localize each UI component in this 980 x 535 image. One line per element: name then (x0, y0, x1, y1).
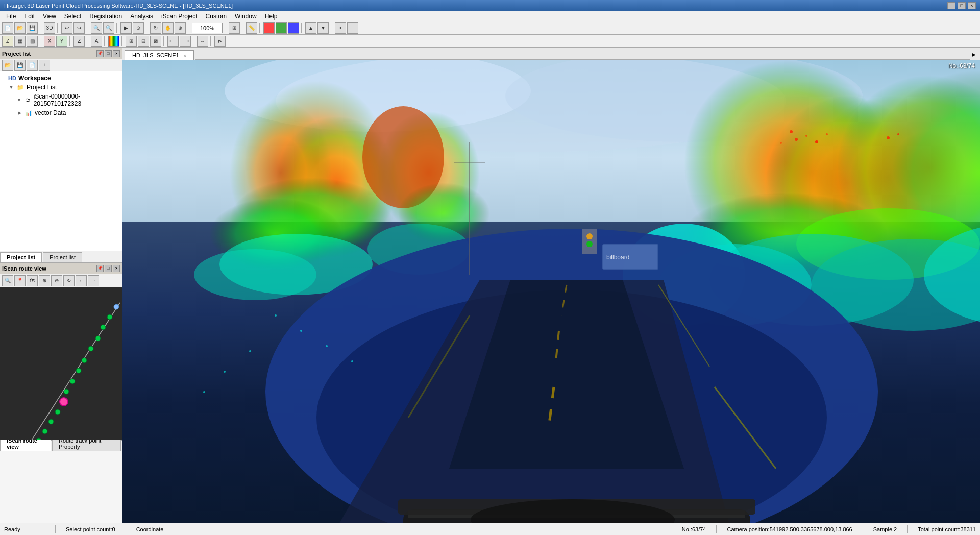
color-red-button[interactable] (263, 22, 275, 34)
save-button[interactable]: 💾 (27, 22, 38, 34)
iscan-max-button[interactable]: □ (105, 265, 112, 272)
grid-button[interactable]: ▩ (27, 36, 38, 47)
status-sep-5 (863, 525, 863, 533)
svg-line-58 (408, 315, 470, 418)
point-button[interactable]: • (335, 22, 346, 34)
y-button[interactable]: Y (56, 36, 67, 47)
open-button[interactable]: 📂 (14, 22, 26, 34)
undo-button[interactable]: ↩ (61, 22, 72, 34)
iscan-close-button[interactable]: × (113, 265, 120, 272)
pl-add-button[interactable]: + (39, 60, 50, 71)
nav-button[interactable]: ⊳ (214, 36, 226, 47)
tree-label-iscan: iScan-00000000-20150710172323 (34, 93, 120, 107)
zoom-input[interactable] (192, 23, 223, 33)
ruler2-button[interactable]: ⟶ (180, 36, 191, 47)
svg-point-33 (368, 224, 470, 275)
zoom-out-button[interactable]: 🔍 (103, 22, 114, 34)
scene-tab-bar[interactable]: HD_3LS_SCENE1 × ▶ (122, 48, 980, 60)
grid-fill-button[interactable]: ▦ (14, 36, 26, 47)
menu-window[interactable]: Window (231, 12, 261, 21)
angle-button[interactable]: ∠ (74, 36, 85, 47)
x-button[interactable]: X (44, 36, 55, 47)
grid3-button[interactable]: ⊞ (126, 36, 137, 47)
menu-analysis[interactable]: Analysis (126, 12, 157, 21)
grid5-button[interactable]: ⊠ (150, 36, 161, 47)
status-total-count: Total point count:38311 (918, 526, 976, 532)
grid4-button[interactable]: ⊟ (138, 36, 149, 47)
route-back-button[interactable]: ← (76, 275, 87, 286)
panel-max-button[interactable]: □ (105, 50, 112, 57)
svg-point-46 (924, 224, 980, 326)
route-search-button[interactable]: 🔍 (2, 275, 13, 286)
menu-edit[interactable]: Edit (20, 12, 39, 21)
a-button[interactable]: A (91, 36, 102, 47)
project-tabs[interactable]: Project list Project list (0, 251, 122, 262)
iscan-pin-button[interactable]: 📌 (96, 265, 104, 272)
route-zoom-in-button[interactable]: ⊕ (39, 275, 50, 286)
measure-button[interactable]: 📏 (246, 22, 257, 34)
select-button[interactable]: ▶ (120, 22, 132, 34)
color-blue-button[interactable] (288, 22, 299, 34)
project-list-header-controls[interactable]: 📌 □ × (96, 50, 120, 57)
menu-select[interactable]: Select (60, 12, 85, 21)
menu-file[interactable]: File (2, 12, 20, 21)
menu-registration[interactable]: Registration (85, 12, 126, 21)
rotate-button[interactable]: ↻ (150, 22, 161, 34)
svg-rect-62 (582, 229, 597, 254)
route-pin-button[interactable]: 📍 (14, 275, 26, 286)
iscan-route-controls[interactable]: 📌 □ × (96, 265, 120, 272)
scene-viewport[interactable]: billboard (122, 60, 980, 523)
zoom-in-button[interactable]: 🔍 (91, 22, 102, 34)
z-button[interactable]: Z (2, 36, 13, 47)
pl-save-button[interactable]: 💾 (14, 60, 26, 71)
iscan-route-tabs[interactable]: iScan route view Route track point Prope… (0, 440, 122, 451)
titlebar-controls[interactable]: _ □ × (947, 2, 976, 9)
status-camera-position: Camera position:541992.500,3365678.000,1… (727, 526, 852, 532)
menu-iscan-project[interactable]: iScan Project (157, 12, 202, 21)
separator8 (242, 23, 244, 33)
route-location-button[interactable]: 🗺 (27, 275, 38, 286)
zoom-tool-button[interactable]: ⊕ (175, 22, 186, 34)
route-zoom-out-button[interactable]: ⊖ (51, 275, 62, 286)
pl-open-button[interactable]: 📂 (2, 60, 13, 71)
tab-project-list-1[interactable]: Project list (0, 252, 42, 262)
3d-button[interactable]: 3D (44, 22, 55, 34)
colorbar-button[interactable] (108, 36, 119, 47)
redo-button[interactable]: ↪ (74, 22, 85, 34)
new-button[interactable]: 📄 (2, 22, 13, 34)
panel-close-button[interactable]: × (113, 50, 120, 57)
down-button[interactable]: ▼ (317, 22, 329, 34)
tab-project-list-2[interactable]: Project list (43, 252, 82, 262)
menu-help[interactable]: Help (261, 12, 282, 21)
maximize-button[interactable]: □ (958, 2, 966, 9)
route-forward-button[interactable]: → (88, 275, 99, 286)
svg-point-45 (812, 239, 980, 331)
scene-scroll-right[interactable]: ▶ (970, 48, 978, 60)
ruler3-button[interactable]: ↔ (197, 36, 208, 47)
scene-hud: No.:63/74 (948, 62, 975, 69)
panel-pin-button[interactable]: 📌 (96, 50, 104, 57)
titlebar-title: Hi-target 3D Laser Point Cloud Processin… (4, 3, 233, 9)
tab-scene-hd[interactable]: HD_3LS_SCENE1 × (125, 50, 194, 60)
svg-point-37 (812, 96, 965, 259)
up-button[interactable]: ▲ (305, 22, 316, 34)
minimize-button[interactable]: _ (947, 2, 955, 9)
pl-new-button[interactable]: 📄 (27, 60, 38, 71)
iscan-route-content[interactable] (0, 287, 122, 440)
tree-iscan-item[interactable]: ▼ 🗂 iScan-00000000-20150710172323 (0, 92, 122, 108)
menu-custom[interactable]: Custom (202, 12, 231, 21)
tree-project-list[interactable]: ▼ 📁 Project List (0, 83, 122, 92)
tree-vector-item[interactable]: ▶ 📊 vector Data (0, 108, 122, 117)
lasso-button[interactable]: ⊙ (133, 22, 144, 34)
menu-view[interactable]: View (39, 12, 60, 21)
project-list-content[interactable]: HD Workspace ▼ 📁 Project List ▼ 🗂 iScan-… (0, 71, 122, 251)
svg-text:billboard: billboard (606, 254, 629, 261)
ruler1-button[interactable]: ⟵ (167, 36, 179, 47)
fit-button[interactable]: ⊞ (229, 22, 240, 34)
route-rotate-button[interactable]: ↻ (63, 275, 75, 286)
close-button[interactable]: × (968, 2, 976, 9)
color-green-button[interactable] (276, 22, 287, 34)
pan-button[interactable]: ✋ (162, 22, 174, 34)
more-button[interactable]: ⋯ (347, 22, 358, 34)
scene-tab-close-icon[interactable]: × (184, 53, 186, 58)
